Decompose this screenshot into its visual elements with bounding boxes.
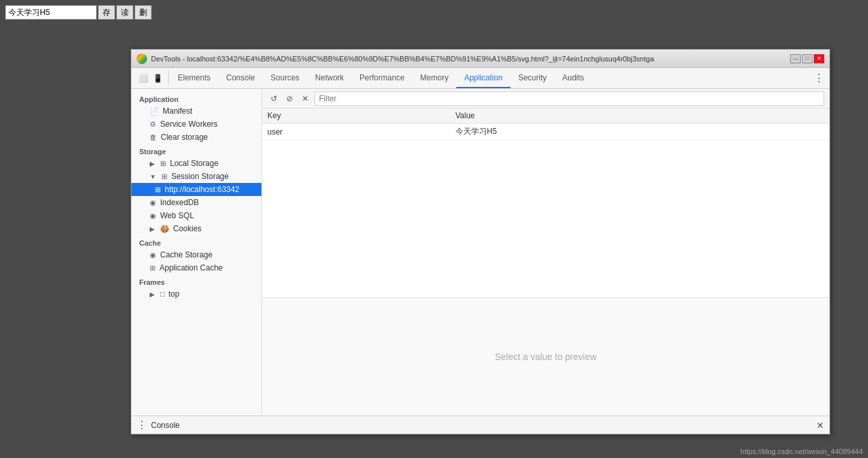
sidebar-item-clear-storage[interactable]: 🗑 Clear storage	[131, 131, 261, 144]
console-close-button[interactable]: ✕	[816, 420, 824, 431]
session-storage-arrow: ▼	[150, 173, 156, 180]
cookies-arrow: ▶	[150, 225, 155, 233]
delete-button[interactable]: 删	[135, 5, 152, 20]
right-panel: ↺ ⊘ ✕ Key Value user今天学习H5	[262, 89, 829, 416]
top-label: top	[169, 289, 180, 299]
tab-divider	[168, 71, 169, 86]
manifest-label: Manifest	[163, 106, 192, 116]
tab-audits[interactable]: Audits	[554, 68, 592, 88]
tab-performance[interactable]: Performance	[352, 68, 412, 88]
service-workers-icon: ⚙	[150, 120, 156, 129]
sidebar-item-cookies[interactable]: ▶ 🍪 Cookies	[131, 222, 261, 235]
tab-security[interactable]: Security	[510, 68, 554, 88]
section-cache: Cache	[131, 235, 261, 248]
sidebar-item-web-sql[interactable]: ◉ Web SQL	[131, 209, 261, 222]
cookies-label: Cookies	[173, 224, 201, 233]
tab-icons: ⬜ 📱	[134, 68, 167, 88]
tabs: Elements Console Sources Network Perform…	[170, 68, 809, 88]
stop-button[interactable]: ⊘	[283, 92, 296, 105]
more-tabs-button[interactable]: ⋮	[809, 68, 829, 88]
clear-button[interactable]: ✕	[299, 92, 312, 105]
manifest-icon: 📄	[150, 107, 159, 116]
preview-text: Select a value to preview	[495, 352, 597, 362]
title-bar: DevTools - localhost:63342/%E4%B8%AD%E5%…	[131, 50, 829, 68]
application-cache-icon: ⊞	[150, 264, 156, 272]
close-button[interactable]: ✕	[814, 54, 824, 63]
col-key: Key	[262, 108, 450, 123]
console-label: Console	[151, 421, 180, 430]
cell-value: 今天学习H5	[450, 123, 829, 140]
indexeddb-icon: ◉	[150, 199, 156, 207]
top-arrow: ▶	[150, 291, 155, 298]
sidebar-item-top[interactable]: ▶ □ top	[131, 287, 261, 301]
tab-sources[interactable]: Sources	[263, 68, 307, 88]
minimize-button[interactable]: —	[790, 54, 801, 63]
local-storage-arrow: ▶	[150, 160, 155, 167]
web-sql-label: Web SQL	[160, 211, 194, 220]
sidebar-item-service-workers[interactable]: ⚙ Service Workers	[131, 118, 261, 131]
cache-storage-label: Cache Storage	[160, 250, 212, 259]
col-value: Value	[450, 108, 829, 123]
filter-input[interactable]	[314, 91, 824, 106]
top-input[interactable]	[5, 5, 97, 20]
console-menu-icon[interactable]: ⋮	[137, 419, 147, 431]
device-icon[interactable]: 📱	[151, 72, 164, 85]
sidebar-item-cache-storage[interactable]: ◉ Cache Storage	[131, 248, 261, 261]
tab-console[interactable]: Console	[218, 68, 263, 88]
clear-storage-label: Clear storage	[161, 133, 208, 142]
top-bar: 存 读 删	[5, 5, 152, 20]
localhost-icon: ⊞	[155, 186, 161, 194]
cookies-icon: 🍪	[160, 225, 169, 233]
local-storage-label: Local Storage	[170, 159, 218, 168]
section-storage: Storage	[131, 144, 261, 157]
main-content: Application 📄 Manifest ⚙ Service Workers…	[131, 89, 829, 416]
sidebar: Application 📄 Manifest ⚙ Service Workers…	[131, 89, 262, 416]
local-storage-icon: ⊞	[160, 159, 166, 168]
tab-network[interactable]: Network	[307, 68, 352, 88]
section-application: Application	[131, 91, 261, 105]
tab-bar: ⬜ 📱 Elements Console Sources Network Per…	[131, 68, 829, 89]
sidebar-item-application-cache[interactable]: ⊞ Application Cache	[131, 261, 261, 274]
refresh-button[interactable]: ↺	[267, 92, 280, 105]
save-button[interactable]: 存	[98, 5, 115, 20]
tab-elements[interactable]: Elements	[170, 68, 218, 88]
window-controls: — □ ✕	[790, 54, 824, 63]
table-row[interactable]: user今天学习H5	[262, 123, 829, 140]
cell-key: user	[262, 123, 450, 140]
data-table: Key Value user今天学习H5	[262, 108, 829, 140]
chrome-icon	[137, 54, 147, 64]
session-storage-icon: ⊞	[161, 172, 167, 181]
data-table-container: Key Value user今天学习H5	[262, 108, 829, 298]
inspect-icon[interactable]: ⬜	[137, 72, 150, 85]
read-button[interactable]: 读	[116, 5, 133, 20]
sidebar-item-local-storage[interactable]: ▶ ⊞ Local Storage	[131, 157, 261, 170]
sidebar-item-indexeddb[interactable]: ◉ IndexedDB	[131, 196, 261, 209]
web-sql-icon: ◉	[150, 212, 156, 220]
section-frames: Frames	[131, 274, 261, 287]
sidebar-item-manifest[interactable]: 📄 Manifest	[131, 105, 261, 118]
indexeddb-label: IndexedDB	[160, 198, 199, 207]
preview-panel: Select a value to preview	[262, 298, 829, 416]
localhost-label: http://localhost:63342	[165, 185, 239, 194]
sidebar-item-localhost[interactable]: ⊞ http://localhost:63342	[131, 183, 261, 196]
cache-storage-icon: ◉	[150, 251, 156, 259]
tab-application[interactable]: Application	[456, 68, 510, 88]
watermark: https://blog.csdn.net/weixin_44089444	[741, 448, 863, 455]
application-cache-label: Application Cache	[159, 263, 223, 272]
tab-memory[interactable]: Memory	[412, 68, 456, 88]
session-storage-label: Session Storage	[171, 172, 229, 181]
service-workers-label: Service Workers	[160, 120, 218, 129]
title-bar-text: DevTools - localhost:63342/%E4%B8%AD%E5%…	[151, 55, 786, 63]
devtools-window: DevTools - localhost:63342/%E4%B8%AD%E5%…	[131, 49, 830, 434]
maximize-button[interactable]: □	[802, 54, 812, 63]
sidebar-item-session-storage[interactable]: ▼ ⊞ Session Storage	[131, 170, 261, 183]
clear-storage-icon: 🗑	[150, 133, 157, 141]
filter-bar: ↺ ⊘ ✕	[262, 89, 829, 108]
console-bar: ⋮ Console ✕	[131, 416, 829, 434]
top-icon: □	[160, 290, 165, 298]
